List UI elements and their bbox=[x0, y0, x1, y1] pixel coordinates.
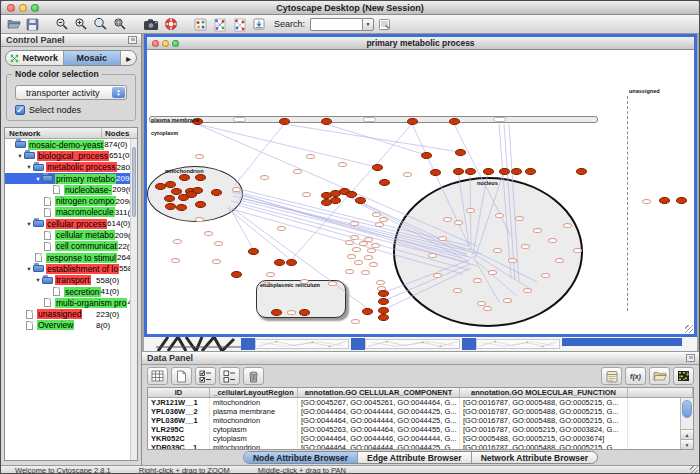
network-node[interactable] bbox=[465, 168, 476, 175]
import-attributes-button[interactable] bbox=[649, 367, 670, 385]
network-node-minor[interactable] bbox=[347, 254, 356, 259]
network-node-minor[interactable] bbox=[352, 247, 361, 252]
network-node[interactable] bbox=[525, 168, 536, 175]
tab-network[interactable]: Network bbox=[6, 51, 64, 65]
network-node[interactable] bbox=[165, 181, 176, 188]
tree-expand-icon[interactable] bbox=[16, 153, 24, 159]
table-column-header[interactable]: _cellularLayoutRegion bbox=[210, 388, 298, 397]
network-node[interactable] bbox=[286, 259, 297, 266]
network-node-minor[interactable] bbox=[232, 187, 241, 192]
network-node-minor[interactable] bbox=[503, 298, 512, 303]
float-panel-icon[interactable] bbox=[128, 36, 137, 44]
table-row[interactable]: YJR121W__1mitochondrion[GO:0045267, GO:0… bbox=[148, 398, 693, 407]
network-node-minor[interactable] bbox=[493, 248, 502, 253]
network-node-minor[interactable] bbox=[345, 240, 354, 245]
network-node-minor[interactable] bbox=[483, 306, 492, 311]
network-node[interactable] bbox=[195, 201, 206, 208]
select-attributes-button[interactable] bbox=[147, 367, 168, 385]
scroll-up-icon[interactable] bbox=[681, 429, 693, 439]
network-node-minor[interactable] bbox=[371, 243, 380, 248]
network-node-minor[interactable] bbox=[345, 269, 354, 274]
network-node[interactable] bbox=[511, 168, 522, 175]
zoom-in-button[interactable] bbox=[73, 16, 89, 32]
network-node-minor[interactable] bbox=[533, 228, 542, 233]
network-node-minor[interactable] bbox=[438, 236, 447, 241]
network-node-minor[interactable] bbox=[495, 213, 504, 218]
network-node-minor[interactable] bbox=[369, 262, 378, 267]
tree-scrollbar[interactable] bbox=[130, 139, 137, 460]
search-config-button[interactable] bbox=[377, 16, 392, 32]
network-node-minor[interactable] bbox=[277, 226, 286, 231]
scroll-down-icon[interactable] bbox=[681, 439, 693, 449]
network-node[interactable] bbox=[321, 118, 332, 125]
network-node[interactable] bbox=[378, 314, 389, 321]
network-node-minor[interactable] bbox=[466, 208, 475, 213]
tree-expand-icon[interactable] bbox=[25, 221, 33, 227]
tab-overflow-icon[interactable] bbox=[121, 51, 136, 65]
network-node[interactable] bbox=[165, 203, 176, 210]
network-node-minor[interactable] bbox=[306, 154, 315, 159]
network-node-minor[interactable] bbox=[338, 162, 347, 167]
attribute-matrix-button[interactable] bbox=[673, 367, 694, 385]
network-node-minor[interactable] bbox=[171, 258, 180, 263]
network-node[interactable] bbox=[164, 195, 175, 202]
network-node[interactable] bbox=[378, 290, 389, 297]
network-node[interactable] bbox=[372, 164, 383, 171]
network-node[interactable] bbox=[155, 183, 166, 190]
background-window-edge[interactable] bbox=[241, 338, 255, 350]
tree-row[interactable]: establishment of lo558(0) bbox=[5, 263, 130, 274]
network-node[interactable] bbox=[483, 168, 494, 175]
network-node[interactable] bbox=[407, 118, 418, 125]
tree-expand-icon[interactable] bbox=[34, 176, 42, 182]
table-scrollbar[interactable] bbox=[680, 398, 693, 449]
network-node-minor[interactable] bbox=[523, 288, 532, 293]
search-options-dropdown-icon[interactable] bbox=[362, 18, 374, 31]
background-window-edge[interactable] bbox=[351, 338, 365, 350]
network-node[interactable] bbox=[378, 307, 389, 314]
tree-row[interactable]: primary metabo209(... bbox=[5, 173, 130, 184]
search-input[interactable] bbox=[310, 18, 362, 31]
network-node[interactable] bbox=[176, 204, 187, 211]
network-node-minor[interactable] bbox=[443, 217, 452, 222]
network-node-minor[interactable] bbox=[361, 270, 370, 275]
network-node[interactable] bbox=[421, 152, 432, 159]
tree-expand-icon[interactable] bbox=[25, 266, 33, 272]
tree-row[interactable]: cell communicat22(0) bbox=[5, 241, 130, 252]
layout-region-button[interactable] bbox=[231, 16, 248, 32]
app-resize-grip[interactable] bbox=[690, 466, 698, 474]
window-resize-grip[interactable] bbox=[685, 325, 693, 333]
save-session-button[interactable] bbox=[25, 16, 40, 32]
background-window-preview[interactable] bbox=[365, 339, 460, 349]
network-node-minor[interactable] bbox=[573, 248, 582, 253]
network-node[interactable] bbox=[379, 179, 390, 186]
tab-network-attribute-browser[interactable]: Network Attribute Browser bbox=[472, 452, 597, 463]
tree-row[interactable]: cellular metabo209(0) bbox=[5, 229, 130, 240]
network-node-minor[interactable] bbox=[212, 259, 221, 264]
network-node[interactable] bbox=[362, 308, 373, 315]
network-node[interactable] bbox=[274, 259, 285, 266]
tree-row[interactable]: secretion41(0) bbox=[5, 286, 130, 297]
network-node-minor[interactable] bbox=[173, 239, 182, 244]
zoom-fit-button[interactable] bbox=[92, 16, 109, 32]
network-node-minor[interactable] bbox=[351, 319, 360, 324]
node-color-dropdown[interactable]: transporter activity bbox=[15, 85, 127, 100]
tree-row[interactable]: Overview8(0) bbox=[5, 320, 130, 331]
background-window-preview[interactable] bbox=[476, 339, 560, 349]
network-node-minor[interactable] bbox=[195, 217, 204, 222]
table-column-header[interactable]: annotation.GO CELLULAR_COMPONENT bbox=[298, 388, 460, 397]
network-node-minor[interactable] bbox=[541, 273, 550, 278]
network-node[interactable] bbox=[346, 191, 357, 198]
network-node[interactable] bbox=[195, 174, 206, 181]
network-node-minor[interactable] bbox=[328, 281, 337, 286]
tree-expand-icon[interactable] bbox=[34, 277, 42, 283]
network-node[interactable] bbox=[248, 248, 259, 255]
network-node-minor[interactable] bbox=[372, 212, 381, 217]
network-node[interactable] bbox=[211, 189, 222, 196]
table-column-header[interactable]: annotation.GO MOLECULAR_FUNCTION bbox=[460, 388, 628, 397]
close-icon[interactable] bbox=[152, 40, 159, 47]
network-node-minor[interactable] bbox=[428, 253, 437, 258]
background-window-edge[interactable] bbox=[462, 338, 476, 350]
network-node[interactable] bbox=[499, 168, 510, 175]
tab-node-attribute-browser[interactable]: Node Attribute Browser bbox=[244, 452, 358, 463]
network-node[interactable] bbox=[231, 271, 242, 278]
